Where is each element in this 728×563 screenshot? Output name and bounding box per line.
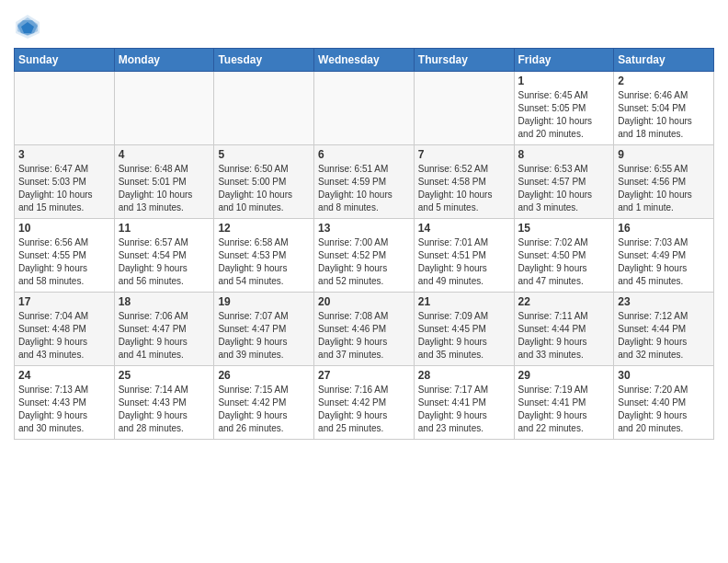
weekday-header: Wednesday — [314, 49, 415, 72]
calendar-cell: 1Sunrise: 6:45 AM Sunset: 5:05 PM Daylig… — [514, 72, 614, 145]
day-number: 12 — [218, 222, 310, 235]
day-number: 28 — [418, 369, 510, 382]
calendar-cell: 18Sunrise: 7:06 AM Sunset: 4:47 PM Dayli… — [114, 293, 214, 366]
logo-icon — [14, 13, 41, 40]
calendar-cell: 19Sunrise: 7:07 AM Sunset: 4:47 PM Dayli… — [214, 293, 314, 366]
day-info: Sunrise: 7:09 AM Sunset: 4:45 PM Dayligh… — [418, 310, 510, 362]
calendar-cell: 12Sunrise: 6:58 AM Sunset: 4:53 PM Dayli… — [214, 219, 314, 293]
day-info: Sunrise: 7:11 AM Sunset: 4:44 PM Dayligh… — [518, 310, 610, 362]
day-info: Sunrise: 6:56 AM Sunset: 4:55 PM Dayligh… — [18, 236, 110, 288]
day-info: Sunrise: 6:58 AM Sunset: 4:53 PM Dayligh… — [218, 236, 310, 288]
day-number: 9 — [618, 148, 710, 161]
day-number: 14 — [418, 222, 510, 235]
calendar-cell: 3Sunrise: 6:47 AM Sunset: 5:03 PM Daylig… — [15, 145, 115, 219]
calendar-cell — [15, 72, 115, 145]
calendar-week-row: 1Sunrise: 6:45 AM Sunset: 5:05 PM Daylig… — [15, 72, 714, 145]
calendar-cell: 17Sunrise: 7:04 AM Sunset: 4:48 PM Dayli… — [15, 293, 115, 366]
calendar-cell: 22Sunrise: 7:11 AM Sunset: 4:44 PM Dayli… — [514, 293, 614, 366]
day-info: Sunrise: 7:14 AM Sunset: 4:43 PM Dayligh… — [119, 384, 210, 435]
calendar-cell: 15Sunrise: 7:02 AM Sunset: 4:50 PM Dayli… — [514, 219, 614, 293]
day-number: 19 — [218, 295, 310, 308]
day-number: 8 — [518, 148, 610, 161]
day-number: 11 — [119, 222, 210, 235]
calendar-cell: 27Sunrise: 7:16 AM Sunset: 4:42 PM Dayli… — [314, 366, 415, 440]
calendar-cell: 2Sunrise: 6:46 AM Sunset: 5:04 PM Daylig… — [614, 72, 714, 145]
day-number: 10 — [18, 222, 110, 235]
day-number: 20 — [318, 295, 410, 308]
day-info: Sunrise: 6:55 AM Sunset: 4:56 PM Dayligh… — [618, 163, 710, 214]
calendar-cell: 30Sunrise: 7:20 AM Sunset: 4:40 PM Dayli… — [614, 366, 714, 440]
weekday-header: Friday — [514, 49, 614, 72]
day-number: 22 — [518, 295, 610, 308]
calendar-cell: 24Sunrise: 7:13 AM Sunset: 4:43 PM Dayli… — [15, 366, 115, 440]
day-info: Sunrise: 7:07 AM Sunset: 4:47 PM Dayligh… — [218, 310, 310, 362]
calendar-week-row: 24Sunrise: 7:13 AM Sunset: 4:43 PM Dayli… — [15, 366, 714, 440]
day-info: Sunrise: 6:52 AM Sunset: 4:58 PM Dayligh… — [418, 163, 510, 214]
calendar-cell: 11Sunrise: 6:57 AM Sunset: 4:54 PM Dayli… — [114, 219, 214, 293]
day-number: 18 — [119, 295, 210, 308]
calendar-cell — [214, 72, 314, 145]
calendar-cell: 6Sunrise: 6:51 AM Sunset: 4:59 PM Daylig… — [314, 145, 415, 219]
day-info: Sunrise: 7:19 AM Sunset: 4:41 PM Dayligh… — [518, 384, 610, 435]
day-info: Sunrise: 7:17 AM Sunset: 4:41 PM Dayligh… — [418, 384, 510, 435]
day-number: 3 — [18, 148, 110, 161]
calendar-cell: 25Sunrise: 7:14 AM Sunset: 4:43 PM Dayli… — [114, 366, 214, 440]
calendar-cell: 10Sunrise: 6:56 AM Sunset: 4:55 PM Dayli… — [15, 219, 115, 293]
day-number: 17 — [18, 295, 110, 308]
day-number: 1 — [518, 75, 610, 87]
day-info: Sunrise: 7:06 AM Sunset: 4:47 PM Dayligh… — [119, 310, 210, 362]
weekday-header: Sunday — [15, 49, 115, 72]
weekday-header: Saturday — [614, 49, 714, 72]
day-info: Sunrise: 6:57 AM Sunset: 4:54 PM Dayligh… — [119, 236, 210, 288]
calendar-cell: 8Sunrise: 6:53 AM Sunset: 4:57 PM Daylig… — [514, 145, 614, 219]
calendar-header-row: SundayMondayTuesdayWednesdayThursdayFrid… — [15, 49, 714, 72]
calendar: SundayMondayTuesdayWednesdayThursdayFrid… — [14, 48, 714, 440]
day-number: 26 — [218, 369, 310, 382]
day-number: 25 — [119, 369, 210, 382]
day-number: 2 — [618, 75, 710, 87]
day-info: Sunrise: 7:01 AM Sunset: 4:51 PM Dayligh… — [418, 236, 510, 288]
weekday-header: Monday — [114, 49, 214, 72]
day-info: Sunrise: 7:04 AM Sunset: 4:48 PM Dayligh… — [18, 310, 110, 362]
calendar-cell: 14Sunrise: 7:01 AM Sunset: 4:51 PM Dayli… — [414, 219, 514, 293]
day-number: 21 — [418, 295, 510, 308]
day-number: 27 — [318, 369, 410, 382]
day-info: Sunrise: 7:16 AM Sunset: 4:42 PM Dayligh… — [318, 384, 410, 435]
day-info: Sunrise: 7:08 AM Sunset: 4:46 PM Dayligh… — [318, 310, 410, 362]
weekday-header: Tuesday — [214, 49, 314, 72]
calendar-cell: 13Sunrise: 7:00 AM Sunset: 4:52 PM Dayli… — [314, 219, 415, 293]
calendar-cell: 20Sunrise: 7:08 AM Sunset: 4:46 PM Dayli… — [314, 293, 415, 366]
day-number: 15 — [518, 222, 610, 235]
calendar-week-row: 17Sunrise: 7:04 AM Sunset: 4:48 PM Dayli… — [15, 293, 714, 366]
calendar-cell: 29Sunrise: 7:19 AM Sunset: 4:41 PM Dayli… — [514, 366, 614, 440]
day-info: Sunrise: 6:53 AM Sunset: 4:57 PM Dayligh… — [518, 163, 610, 214]
logo — [14, 13, 45, 40]
header — [14, 9, 714, 40]
day-number: 29 — [518, 369, 610, 382]
day-info: Sunrise: 7:13 AM Sunset: 4:43 PM Dayligh… — [18, 384, 110, 435]
day-info: Sunrise: 6:51 AM Sunset: 4:59 PM Dayligh… — [318, 163, 410, 214]
day-info: Sunrise: 7:12 AM Sunset: 4:44 PM Dayligh… — [618, 310, 710, 362]
day-info: Sunrise: 7:20 AM Sunset: 4:40 PM Dayligh… — [618, 384, 710, 435]
day-info: Sunrise: 6:47 AM Sunset: 5:03 PM Dayligh… — [18, 163, 110, 214]
calendar-cell: 9Sunrise: 6:55 AM Sunset: 4:56 PM Daylig… — [614, 145, 714, 219]
calendar-cell: 5Sunrise: 6:50 AM Sunset: 5:00 PM Daylig… — [214, 145, 314, 219]
day-info: Sunrise: 6:45 AM Sunset: 5:05 PM Dayligh… — [518, 89, 610, 141]
day-info: Sunrise: 6:48 AM Sunset: 5:01 PM Dayligh… — [119, 163, 210, 214]
calendar-cell: 4Sunrise: 6:48 AM Sunset: 5:01 PM Daylig… — [114, 145, 214, 219]
day-number: 7 — [418, 148, 510, 161]
day-number: 13 — [318, 222, 410, 235]
calendar-week-row: 10Sunrise: 6:56 AM Sunset: 4:55 PM Dayli… — [15, 219, 714, 293]
day-info: Sunrise: 7:02 AM Sunset: 4:50 PM Dayligh… — [518, 236, 610, 288]
weekday-header: Thursday — [414, 49, 514, 72]
calendar-week-row: 3Sunrise: 6:47 AM Sunset: 5:03 PM Daylig… — [15, 145, 714, 219]
day-number: 4 — [119, 148, 210, 161]
day-info: Sunrise: 7:00 AM Sunset: 4:52 PM Dayligh… — [318, 236, 410, 288]
day-info: Sunrise: 7:15 AM Sunset: 4:42 PM Dayligh… — [218, 384, 310, 435]
day-number: 23 — [618, 295, 710, 308]
calendar-cell: 16Sunrise: 7:03 AM Sunset: 4:49 PM Dayli… — [614, 219, 714, 293]
day-number: 24 — [18, 369, 110, 382]
day-number: 5 — [218, 148, 310, 161]
day-number: 30 — [618, 369, 710, 382]
calendar-cell — [414, 72, 514, 145]
